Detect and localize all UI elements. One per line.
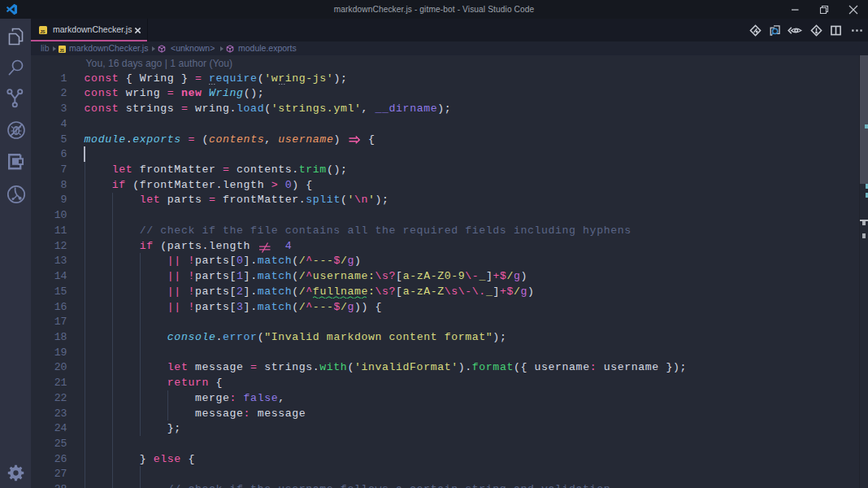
- svg-text:JS: JS: [40, 28, 46, 33]
- svg-text:JS: JS: [59, 48, 64, 52]
